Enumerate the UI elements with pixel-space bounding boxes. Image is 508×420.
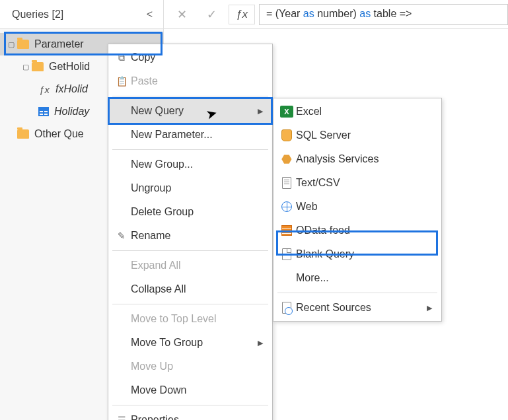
- menu-label: Collapse All: [131, 283, 263, 295]
- menu-label: Move Up: [131, 361, 263, 372]
- submenu-arrow-icon: ▶: [258, 339, 263, 347]
- tree-label: Parameter: [34, 38, 84, 50]
- menu-properties[interactable]: ☰Properties...: [108, 408, 272, 420]
- menu-separator: [112, 149, 268, 150]
- menu-label: Copy: [131, 52, 263, 63]
- properties-icon: ☰: [112, 415, 131, 420]
- menu-label: New Group...: [131, 158, 263, 170]
- cube-icon: ⬣: [277, 153, 296, 165]
- context-menu: ⧉Copy 📋Paste New Query▶ New Parameter...…: [108, 44, 273, 420]
- caret-down-icon: ▢: [22, 63, 32, 71]
- menu-label: Delete Group: [131, 206, 263, 218]
- menu-label: Expand All: [131, 260, 263, 271]
- menu-separator: [277, 293, 437, 293]
- menu-label: Excel: [296, 106, 432, 118]
- menu-rename[interactable]: ✎Rename: [108, 224, 272, 248]
- document-icon: [277, 177, 296, 189]
- menu-label: Move To Group: [131, 337, 258, 349]
- odata-icon: [277, 225, 296, 236]
- formula-bar: ✕ ✓ ƒx = (Year as number) as table =>: [164, 0, 508, 28]
- menu-move-down[interactable]: Move Down: [108, 378, 272, 402]
- commit-formula-button[interactable]: ✓: [199, 3, 225, 26]
- tree-label: GetHolid: [49, 61, 90, 73]
- rename-icon: ✎: [112, 230, 131, 241]
- formula-text: = (Year: [266, 8, 303, 19]
- tree-label: Holiday: [54, 106, 89, 118]
- queries-count: [2]: [52, 9, 63, 20]
- menu-source-textcsv[interactable]: Text/CSV: [273, 171, 441, 195]
- formula-text: number): [314, 8, 359, 19]
- menu-move-top: Move to Top Level: [108, 307, 272, 331]
- menu-label: Text/CSV: [296, 177, 432, 189]
- menu-expand-all: Expand All: [108, 254, 272, 277]
- copy-icon: ⧉: [112, 52, 131, 63]
- tree-label: Other Que: [34, 128, 84, 140]
- menu-separator: [112, 405, 268, 405]
- menu-source-web[interactable]: Web: [273, 195, 441, 219]
- menu-label: Web: [296, 201, 432, 213]
- menu-move-to-group[interactable]: Move To Group▶: [108, 331, 272, 355]
- globe-icon: [277, 201, 296, 212]
- menu-new-query[interactable]: New Query▶: [108, 99, 272, 123]
- excel-icon: X: [277, 106, 296, 118]
- formula-keyword: as: [303, 8, 314, 19]
- menu-ungroup[interactable]: Ungroup: [108, 176, 272, 200]
- menu-separator: [112, 250, 268, 251]
- menu-label: OData feed: [296, 225, 432, 236]
- menu-label: More...: [296, 272, 432, 284]
- menu-label: New Parameter...: [131, 129, 263, 141]
- fx-button[interactable]: ƒx: [229, 5, 255, 24]
- menu-source-more[interactable]: More...: [273, 266, 441, 290]
- menu-label: New Query: [131, 105, 258, 117]
- folder-icon: [17, 40, 29, 49]
- folder-icon: [32, 62, 44, 71]
- table-icon: [38, 107, 49, 116]
- menu-label: Blank Query: [296, 248, 432, 260]
- formula-keyword: as: [359, 8, 371, 19]
- menu-source-excel[interactable]: XExcel: [273, 100, 441, 123]
- menu-source-sql[interactable]: SQL Server: [273, 123, 441, 147]
- menu-label: Analysis Services: [296, 153, 432, 165]
- caret-down-icon: ▢: [8, 40, 17, 49]
- tree-label: fxHolid: [55, 83, 88, 95]
- formula-text: table =>: [371, 8, 412, 19]
- queries-panel-header: Queries [2] <: [0, 0, 164, 28]
- menu-source-analysis[interactable]: ⬣Analysis Services: [273, 147, 441, 171]
- menu-new-group[interactable]: New Group...: [108, 153, 272, 176]
- cancel-formula-button[interactable]: ✕: [169, 3, 195, 26]
- menu-label: Properties...: [131, 414, 263, 420]
- menu-collapse-all[interactable]: Collapse All: [108, 277, 272, 301]
- database-icon: [277, 129, 296, 141]
- menu-label: Paste: [131, 75, 263, 87]
- menu-source-odata[interactable]: OData feed: [273, 219, 441, 242]
- new-query-submenu: XExcel SQL Server ⬣Analysis Services Tex…: [273, 98, 442, 322]
- menu-paste: 📋Paste: [108, 69, 272, 93]
- queries-title: Queries: [12, 9, 49, 20]
- submenu-arrow-icon: ▶: [258, 107, 263, 116]
- recent-icon: [277, 302, 296, 314]
- menu-label: Rename: [131, 230, 263, 242]
- menu-label: SQL Server: [296, 129, 432, 141]
- menu-label: Move to Top Level: [131, 313, 263, 325]
- folder-icon: [17, 129, 29, 139]
- menu-label: Recent Sources: [296, 302, 427, 314]
- collapse-panel-button[interactable]: <: [143, 7, 157, 22]
- menu-source-blank-query[interactable]: Blank Query: [273, 242, 441, 266]
- menu-separator: [112, 96, 268, 96]
- menu-label: Move Down: [131, 384, 263, 396]
- menu-new-parameter[interactable]: New Parameter...: [108, 123, 272, 147]
- submenu-arrow-icon: ▶: [427, 304, 432, 312]
- menu-separator: [112, 304, 268, 304]
- paste-icon: 📋: [112, 76, 131, 87]
- menu-delete-group[interactable]: Delete Group: [108, 200, 272, 224]
- menu-recent-sources[interactable]: Recent Sources▶: [273, 296, 441, 320]
- menu-label: Ungroup: [131, 182, 263, 194]
- function-icon: ƒx: [38, 84, 50, 95]
- menu-move-up: Move Up: [108, 355, 272, 378]
- menu-copy[interactable]: ⧉Copy: [108, 46, 272, 69]
- formula-input[interactable]: = (Year as number) as table =>: [259, 4, 508, 25]
- blank-page-icon: [277, 248, 296, 260]
